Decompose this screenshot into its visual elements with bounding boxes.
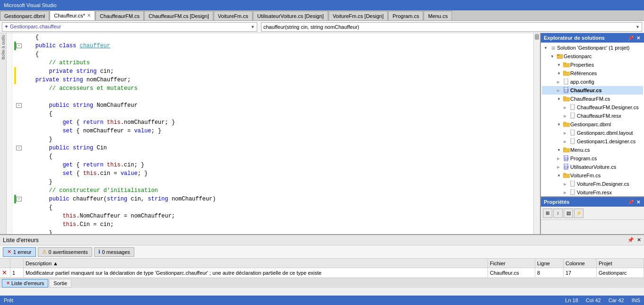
tree-icon-16 [569,181,577,187]
error-list-tab[interactable]: ✕ Liste d'erreurs [2,279,48,288]
tree-expand-9[interactable]: ▼ [557,122,563,127]
col-project[interactable]: Projet [597,259,644,268]
props-btn-2[interactable]: ↕ [553,209,563,218]
props-btn-4[interactable]: ⚡ [574,209,583,218]
tree-label-6: ChauffeaurFM.cs [570,96,610,102]
tree-item-3[interactable]: ▼Références [542,69,643,78]
collapse-btn-0 [16,35,22,40]
properties-close-icon[interactable]: ✕ [635,200,641,205]
tree-item-11[interactable]: ▶Gestionparc1.designer.cs [542,137,643,146]
collapse-btn-1[interactable]: - [16,44,22,48]
tree-expand-1[interactable]: ▼ [550,54,556,59]
code-tokens-12: } [22,135,52,144]
tree-item-4[interactable]: ▶app.config [542,78,643,86]
properties-pin-icon[interactable]: 📌 [627,200,635,205]
tab-voiturefm_design[interactable]: VoitureFm.cs [Design] [329,11,388,20]
tree-item-17[interactable]: ▶VoitureFm.resx [542,188,643,196]
code-area[interactable]: {- public class chauffeur { // attributs… [12,33,533,234]
error-filter-btn[interactable]: ✕ 1 erreur [3,247,36,257]
namespace-dropdown[interactable]: ✦ Gestionparc.chauffeur ▼ [2,22,257,32]
tree-expand-7[interactable]: ▶ [564,105,569,110]
tree-item-2[interactable]: ▼Properties [542,61,643,69]
collapse-btn-19[interactable]: - [16,197,22,201]
tab-chauffeurfm_design[interactable]: ChauffeaurFM.cs [Design] [144,11,213,20]
status-car: Car 42 [609,297,624,303]
gutter-item-17 [7,155,12,162]
code-tokens-20: { [22,203,52,212]
tree-item-16[interactable]: ▶VoitureFm.Designer.cs [542,180,643,188]
tab-utilisateurvoiture[interactable]: UtilisateurVoiture.cs [Design] [253,11,328,20]
error-list-pin-icon[interactable]: 📌 [627,237,634,243]
tree-item-1[interactable]: ▼Gestionparc [542,52,643,61]
tree-item-6[interactable]: ▼ChauffeaurFM.cs [542,95,643,103]
tree-item-5[interactable]: ▶C#Chauffeur.cs [542,86,643,95]
tree-label-9: Gestionparc.dbml [570,122,611,127]
collapse-btn-13[interactable]: - [16,146,22,150]
tree-item-14[interactable]: ▶C#UtilisateurVoiture.cs [542,163,643,171]
error-list-close-icon[interactable]: ✕ [637,237,641,243]
solution-tree: ▼⊞Solution 'Gestionparc' (1 projet)▼Gest… [541,43,644,196]
gutter-item-9 [7,98,12,105]
tree-item-13[interactable]: ▶C#Program.cs [542,154,643,163]
collapse-btn-8[interactable]: - [16,103,22,108]
tab-gestionparc[interactable]: Gestionparc.dbml [0,11,49,20]
tree-icon-11 [569,138,577,145]
gutter-item-5 [7,69,12,76]
svg-rect-12 [571,113,574,118]
pin-icon[interactable]: 📌 [627,35,635,41]
code-line-1: - public class chauffeur [14,42,531,50]
tree-expand-16[interactable]: ▶ [564,182,569,186]
tab-program[interactable]: Program.cs [388,11,423,20]
tree-expand-6[interactable]: ▼ [557,97,563,101]
tree-expand-14[interactable]: ▶ [557,165,563,169]
tree-label-1: Gestionparc [564,53,592,59]
tree-item-9[interactable]: ▼Gestionparc.dbml [542,120,643,129]
tree-item-0[interactable]: ▼⊞Solution 'Gestionparc' (1 projet) [542,44,643,52]
method-arrow[interactable]: ▼ [635,25,640,29]
tab-close-chauffeur[interactable]: ✕ [87,13,91,18]
tree-item-10[interactable]: ▶Gestionparc.dbml.layout [542,129,643,137]
warning-filter-label: 0 avertissements [49,249,88,255]
col-column[interactable]: Colonne [564,259,597,268]
tree-expand-15[interactable]: ▼ [557,174,563,178]
message-filter-btn[interactable]: ℹ 0 messages [94,247,134,257]
tree-expand-5[interactable]: ▶ [557,88,563,93]
output-tab[interactable]: Sortie [49,279,71,288]
tab-menu[interactable]: Menu.cs [424,11,452,20]
namespace-arrow[interactable]: ▼ [251,25,255,29]
code-line-10: get { return this.nomChauffeur; } [14,118,531,127]
tree-item-12[interactable]: ▼Menu.cs [542,146,643,154]
code-tokens-9: { [22,110,52,118]
tree-item-15[interactable]: ▼VoitureFm.cs [542,171,643,180]
tree-expand-2[interactable]: ▼ [557,63,563,67]
col-file[interactable]: Fichier [488,259,535,268]
tree-expand-12[interactable]: ▼ [557,148,563,152]
warning-filter-btn[interactable]: ⚠ 0 avertissements [38,247,92,257]
code-tokens-1: public class chauffeur [22,42,110,50]
editor-scrollbar[interactable] [533,33,540,234]
props-btn-1[interactable]: ⊞ [543,209,552,218]
tree-expand-10[interactable]: ▶ [564,131,569,135]
tree-expand-8[interactable]: ▶ [564,114,569,118]
tree-expand-3[interactable]: ▼ [557,71,563,76]
tree-expand-11[interactable]: ▶ [564,139,569,144]
tree-expand-17[interactable]: ▶ [564,191,569,195]
error-filter-label: 1 erreur [13,249,32,255]
tab-chauffeurfm[interactable]: ChauffeaurFM.cs [96,11,144,20]
props-btn-3[interactable]: ▤ [564,209,573,218]
method-dropdown[interactable]: chauffeur(string cin, string nomChauffeu… [261,22,642,32]
line-gutter [7,33,12,234]
tab-chauffeur[interactable]: Chauffeur.cs*✕ [50,10,95,20]
col-line[interactable]: Ligne [535,259,564,268]
col-description[interactable]: Description ▲ [24,259,488,268]
solution-explorer-close-icon[interactable]: ✕ [635,35,641,41]
tree-expand-13[interactable]: ▶ [557,157,563,161]
tab-voiturefm[interactable]: VoitureFm.cs [214,11,252,20]
collapse-btn-9 [16,112,22,116]
tree-expand-0[interactable]: ▼ [544,46,549,50]
tree-item-7[interactable]: ▶ChauffeaurFM.Designer.cs [542,103,643,112]
code-tokens-15: get { return this.cin; } [22,161,144,169]
tree-expand-4[interactable]: ▶ [557,80,563,84]
tab-label-chauffeurfm_design: ChauffeaurFM.cs [Design] [148,13,209,19]
tree-item-8[interactable]: ▶ChauffeaurFM.resx [542,112,643,120]
